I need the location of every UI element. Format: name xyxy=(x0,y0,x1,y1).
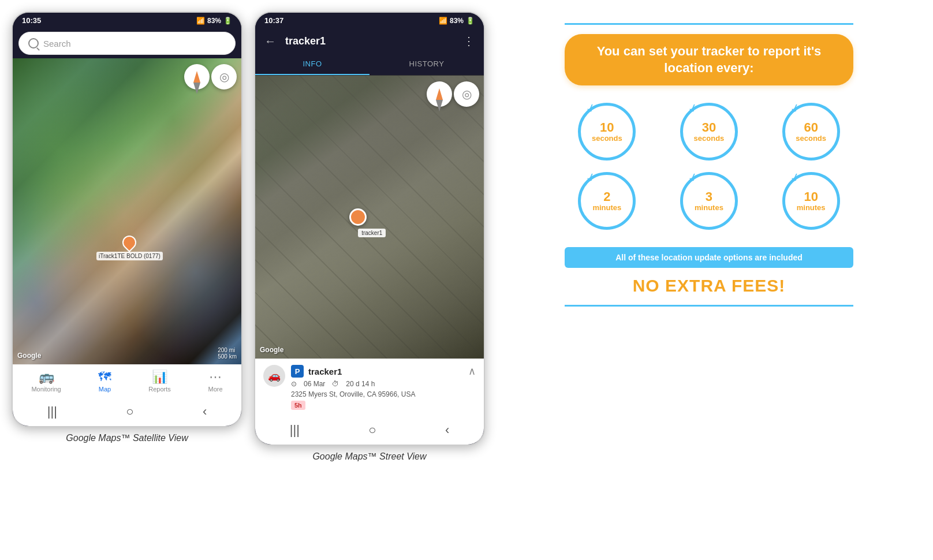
parking-label: P xyxy=(295,367,300,376)
compass-button-2[interactable] xyxy=(427,81,452,107)
phone1-bottom-bar: ||| ○ ‹ xyxy=(13,397,241,426)
info-header: You can set your tracker to report it's … xyxy=(565,34,853,85)
phone2-signal: 📶 xyxy=(439,17,447,25)
no-extra-fees: NO EXTRA FEES! xyxy=(633,276,786,296)
street-map[interactable]: ◎ tracker1 Google xyxy=(255,76,484,359)
phone2-info-panel: 🚗 P tracker1 ∧ ⊙ 06 Mar ⏱ 20 d 14 h 2325… xyxy=(255,359,484,416)
tab-history-label: HISTORY xyxy=(409,59,445,68)
no-fee-banner: All of these location update options are… xyxy=(565,247,853,268)
tracker-name-row: P tracker1 ∧ xyxy=(291,365,476,378)
phone1-wrapper: 10:35 📶 83% 🔋 Search ◎ iTrack1TE BOLD (0… xyxy=(12,12,242,443)
recents-button-2[interactable]: ||| xyxy=(278,420,311,440)
interval-60s: 60 seconds xyxy=(768,103,853,160)
compass-needle-2-icon xyxy=(436,88,443,100)
tab-history[interactable]: HISTORY xyxy=(370,54,484,75)
interval-circle-3m: 3 minutes xyxy=(680,172,738,230)
nav-map-label: Map xyxy=(99,386,111,393)
phone2-tabs: INFO HISTORY xyxy=(255,54,484,76)
interval-circle-60s: 60 seconds xyxy=(782,103,840,160)
interval-unit-2m: minutes xyxy=(592,204,621,212)
interval-unit-10m: minutes xyxy=(797,204,826,212)
nav-map[interactable]: 🗺 Map xyxy=(98,369,111,393)
marker-icon xyxy=(120,233,139,252)
phone2-bottom-bar: ||| ○ ‹ xyxy=(255,416,484,445)
back-arrow-icon[interactable]: ← xyxy=(264,35,276,48)
phone1-status-icons: 📶 83% 🔋 xyxy=(196,17,232,25)
nav-reports-label: Reports xyxy=(148,386,171,393)
compass-button[interactable] xyxy=(184,64,210,89)
location-button[interactable]: ◎ xyxy=(211,64,237,89)
google-logo-street: Google xyxy=(260,346,283,354)
phone2: 10:37 📶 83% 🔋 ← tracker1 ⋮ INFO HISTORY xyxy=(254,12,485,446)
street-marker xyxy=(349,208,367,226)
interval-text-2m: 2 minutes xyxy=(592,190,621,212)
location-button-2[interactable]: ◎ xyxy=(454,81,479,107)
phone2-battery-text: 83% xyxy=(450,17,464,25)
tab-info[interactable]: INFO xyxy=(255,54,370,75)
tracker-address: 2325 Myers St, Oroville, CA 95966, USA xyxy=(291,390,476,398)
more-options-icon[interactable]: ⋮ xyxy=(463,34,475,48)
interval-text-60s: 60 seconds xyxy=(796,121,826,143)
nav-more-label: More xyxy=(208,386,223,393)
clock-icon: ⊙ xyxy=(291,380,297,388)
nav-reports[interactable]: 📊 Reports xyxy=(148,369,171,393)
interval-number-30s: 30 xyxy=(702,121,716,135)
phone1-battery-text: 83% xyxy=(207,17,221,25)
search-icon xyxy=(28,38,39,48)
tracker-date: 06 Mar xyxy=(304,380,325,388)
interval-unit-60s: seconds xyxy=(796,135,826,143)
google-logo-satellite: Google xyxy=(17,352,41,360)
scale-label: 200 mi500 km xyxy=(218,347,237,360)
interval-30s: 30 seconds xyxy=(667,103,752,160)
interval-circle-30s: 30 seconds xyxy=(680,103,738,160)
phone1-signal: 📶 xyxy=(196,17,205,25)
interval-text-10s: 10 seconds xyxy=(592,121,622,143)
interval-3m: 3 minutes xyxy=(667,172,752,230)
phone1-search-bar[interactable]: Search xyxy=(18,32,236,55)
interval-number-2m: 2 xyxy=(603,190,610,204)
interval-unit-3m: minutes xyxy=(695,204,723,212)
phone1-battery-icon: 🔋 xyxy=(223,17,232,25)
interval-10m: 10 minutes xyxy=(768,172,853,230)
parking-icon: P xyxy=(291,365,304,378)
search-placeholder: Search xyxy=(43,39,71,48)
interval-unit-30s: seconds xyxy=(694,135,725,143)
phone1-caption: Google Maps™ Satellite View xyxy=(66,433,188,443)
tracker-info: P tracker1 ∧ ⊙ 06 Mar ⏱ 20 d 14 h 2325 M… xyxy=(291,365,476,410)
phone1-nav-bar: 🚌 Monitoring 🗺 Map 📊 Reports ⋯ More xyxy=(13,364,241,397)
expand-icon[interactable]: ∧ xyxy=(468,365,476,378)
interval-number-10m: 10 xyxy=(804,190,818,204)
location-icon: ◎ xyxy=(219,70,229,84)
home-button-2[interactable]: ○ xyxy=(357,420,387,440)
phone2-caption: Google Maps™ Street View xyxy=(312,451,426,462)
tracker-label-text: tracker1 xyxy=(361,230,382,236)
back-button[interactable]: ‹ xyxy=(191,402,218,421)
tracker-map-label: tracker1 xyxy=(358,229,386,237)
interval-circle-2m: 2 minutes xyxy=(578,172,636,230)
teal-line-top xyxy=(565,23,853,25)
interval-number-60s: 60 xyxy=(804,121,818,135)
phone2-header: ← tracker1 ⋮ xyxy=(255,28,484,54)
interval-circle-10s: 10 seconds xyxy=(578,103,636,160)
interval-2m: 2 minutes xyxy=(565,172,650,230)
phone1-time: 10:35 xyxy=(22,16,41,25)
marker-label: iTrack1TE BOLD (0177) xyxy=(96,252,163,260)
location-2-icon: ◎ xyxy=(462,87,472,101)
interval-number-3m: 3 xyxy=(706,190,712,204)
phone2-status-icons: 📶 83% 🔋 xyxy=(439,17,475,25)
map-scale: 200 mi500 km xyxy=(218,347,237,360)
back-button-2[interactable]: ‹ xyxy=(434,420,461,440)
interval-text-30s: 30 seconds xyxy=(694,121,725,143)
nav-more[interactable]: ⋯ More xyxy=(208,369,223,393)
phone1: 10:35 📶 83% 🔋 Search ◎ iTrack1TE BOLD (0… xyxy=(12,12,242,427)
phone2-title: tracker1 xyxy=(285,35,463,47)
phone1-status-bar: 10:35 📶 83% 🔋 xyxy=(13,13,241,28)
reports-icon: 📊 xyxy=(152,369,167,384)
phone2-wrapper: 10:37 📶 83% 🔋 ← tracker1 ⋮ INFO HISTORY xyxy=(254,12,485,462)
compass-needle-icon xyxy=(193,71,200,83)
satellite-map[interactable]: ◎ iTrack1TE BOLD (0177) Google 200 mi500… xyxy=(13,58,241,364)
home-button[interactable]: ○ xyxy=(114,402,145,421)
recents-button[interactable]: ||| xyxy=(36,402,69,421)
nav-monitoring[interactable]: 🚌 Monitoring xyxy=(31,369,61,393)
interval-text-10m: 10 minutes xyxy=(797,190,826,212)
